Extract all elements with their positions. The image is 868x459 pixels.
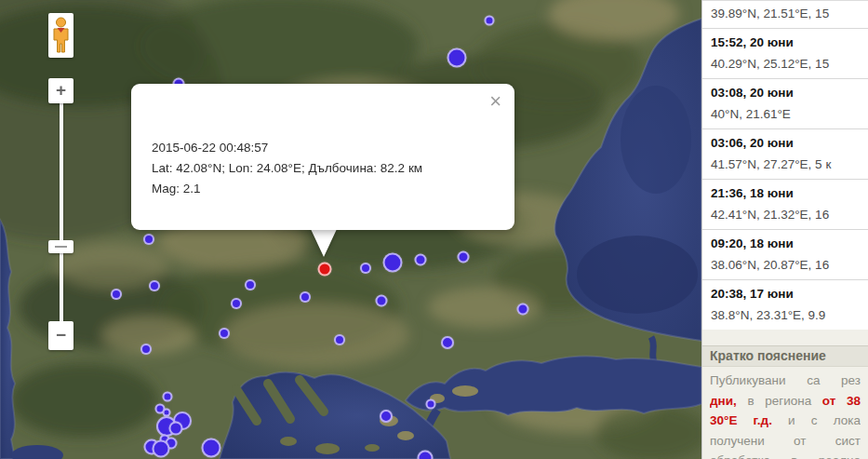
earthquake-marker[interactable]: [111, 289, 122, 300]
pegman-icon: [51, 17, 71, 54]
info-text-line: обработка в реално: [710, 451, 861, 459]
earthquake-marker[interactable]: [517, 304, 529, 316]
earthquake-marker[interactable]: [169, 422, 183, 436]
earthquake-marker[interactable]: [380, 410, 393, 423]
earthquake-marker[interactable]: [376, 295, 388, 307]
quake-list-item[interactable]: 03:06, 20 юни41.57°N, 27.27°E, 5 к: [702, 129, 868, 180]
quake-list-item[interactable]: 21:36, 18 юни42.41°N, 21.32°E, 16: [702, 180, 868, 230]
map-canvas[interactable]: + − × 2015-06-22 00:48:57 Lat: 42.08°N; …: [0, 0, 701, 459]
close-icon[interactable]: ×: [489, 91, 501, 112]
quake-coordinates: 38.8°N, 23.31°E, 9.9: [711, 304, 868, 327]
earthquake-marker[interactable]: [334, 334, 345, 345]
info-text-line: получени от сист: [710, 431, 861, 452]
explanation-text: Публикувани са рездни, в региона от 3830…: [702, 367, 868, 459]
minus-icon: −: [48, 321, 73, 348]
earthquake-marker[interactable]: [202, 439, 221, 458]
earthquake-monitor-page: + − × 2015-06-22 00:48:57 Lat: 42.08°N; …: [0, 0, 868, 459]
explanation-heading: Кратко пояснение: [702, 345, 868, 367]
earthquake-marker[interactable]: [140, 344, 152, 355]
earthquake-marker[interactable]: [441, 336, 454, 349]
zoom-out-button[interactable]: −: [48, 321, 73, 350]
info-text-line: дни, в региона от 38: [710, 391, 861, 412]
quake-list-item[interactable]: 03:08, 20 юни40°N, 21.61°E: [702, 79, 868, 129]
earthquake-marker[interactable]: [143, 234, 154, 245]
selected-earthquake-marker[interactable]: [318, 263, 332, 277]
quake-coordinates: 41.57°N, 27.27°E, 5 к: [711, 154, 868, 176]
earthquake-list: 39.89°N, 21.51°E, 1515:52, 20 юни40.29°N…: [702, 0, 868, 330]
explanation-section: Кратко пояснение Публикувани са рездни, …: [702, 330, 868, 459]
earthquake-marker[interactable]: [485, 16, 495, 26]
earthquake-marker[interactable]: [149, 280, 160, 291]
quake-list-item[interactable]: 15:52, 20 юни40.29°N, 25.12°E, 15: [702, 29, 868, 79]
earthquake-marker[interactable]: [418, 451, 434, 459]
earthquake-marker[interactable]: [219, 328, 230, 339]
quake-coordinates: 40°N, 21.61°E: [711, 103, 868, 126]
earthquake-info-popup: × 2015-06-22 00:48:57 Lat: 42.08°N; Lon:…: [131, 84, 514, 230]
popup-magnitude: Mag: 2.1: [152, 179, 498, 199]
quake-coordinates: 39.89°N, 21.51°E, 15: [711, 3, 868, 25]
info-text-line: Публикувани са рез: [710, 371, 861, 391]
quake-coordinates: 42.41°N, 21.32°E, 16: [711, 204, 868, 226]
earthquake-sidebar: 39.89°N, 21.51°E, 1515:52, 20 юни40.29°N…: [701, 0, 868, 459]
earthquake-marker[interactable]: [360, 263, 371, 274]
earthquake-marker[interactable]: [163, 392, 173, 402]
info-text-line: 30°E г.д. и с лока: [710, 411, 861, 431]
earthquake-marker[interactable]: [245, 279, 256, 290]
quake-coordinates: 38.06°N, 20.87°E, 16: [711, 254, 868, 277]
pegman-street-view-control[interactable]: [48, 13, 73, 58]
earthquake-marker[interactable]: [447, 48, 467, 68]
quake-list-item[interactable]: 09:20, 18 юни38.06°N, 20.87°E, 16: [702, 230, 868, 280]
earthquake-marker[interactable]: [383, 253, 403, 273]
plus-icon: +: [48, 78, 73, 102]
quake-time: 03:06, 20 юни: [711, 132, 868, 154]
earthquake-marker[interactable]: [426, 399, 436, 410]
earthquake-marker[interactable]: [458, 251, 470, 263]
zoom-slider-track[interactable]: [60, 102, 63, 324]
zoom-slider-handle[interactable]: [48, 240, 73, 253]
earthquake-marker[interactable]: [153, 440, 170, 458]
popup-datetime: 2015-06-22 00:48:57: [152, 138, 498, 158]
quake-coordinates: 40.29°N, 25.12°E, 15: [711, 53, 868, 75]
popup-coordinates-depth: Lat: 42.08°N; Lon: 24.08°E; Дълбочина: 8…: [152, 158, 498, 179]
popup-pointer: [311, 229, 337, 257]
quake-list-item[interactable]: 39.89°N, 21.51°E, 15: [702, 1, 868, 29]
quake-time: 15:52, 20 юни: [711, 32, 868, 53]
quake-list-item[interactable]: 20:38, 17 юни38.8°N, 23.31°E, 9.9: [702, 280, 868, 330]
earthquake-marker[interactable]: [231, 298, 242, 309]
zoom-in-button[interactable]: +: [48, 78, 73, 103]
quake-time: 20:38, 17 юни: [711, 283, 868, 304]
earthquake-marker[interactable]: [300, 291, 311, 303]
quake-time: 21:36, 18 юни: [711, 182, 868, 204]
quake-time: 09:20, 18 юни: [711, 233, 868, 254]
earthquake-marker[interactable]: [415, 254, 427, 266]
quake-time: 03:08, 20 юни: [711, 82, 868, 103]
